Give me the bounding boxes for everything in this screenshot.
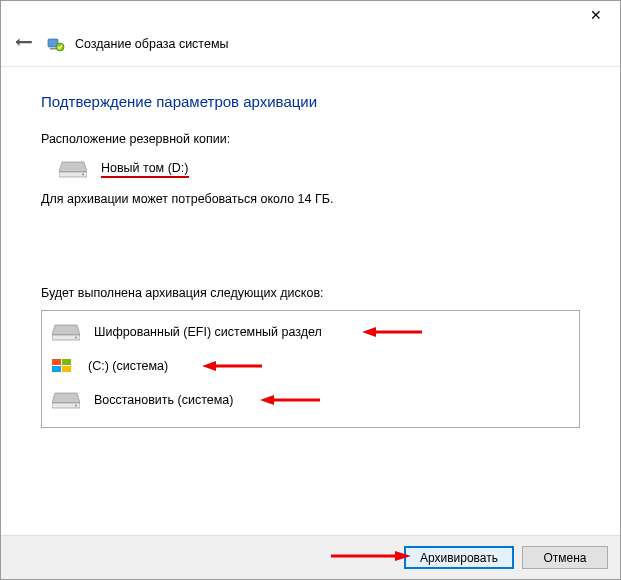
windows-icon [52, 357, 74, 375]
drive-icon [59, 160, 87, 178]
svg-rect-14 [62, 366, 71, 372]
archive-button[interactable]: Архивировать [404, 546, 514, 569]
drive-icon [52, 391, 80, 409]
page-heading: Подтверждение параметров архивации [41, 93, 580, 110]
svg-marker-17 [52, 393, 80, 403]
svg-rect-11 [52, 359, 61, 365]
svg-rect-12 [62, 359, 71, 365]
annotation-arrow-icon [331, 550, 411, 565]
svg-point-8 [75, 337, 77, 339]
back-arrow-icon[interactable]: 🠔 [11, 33, 37, 54]
svg-point-19 [75, 405, 77, 407]
disks-label: Будет выполнена архивация следующих диск… [41, 286, 580, 300]
cancel-button[interactable]: Отмена [522, 546, 608, 569]
svg-marker-6 [52, 325, 80, 335]
svg-marker-3 [59, 162, 87, 172]
svg-rect-1 [50, 48, 56, 50]
annotation-arrow-icon [202, 361, 262, 371]
window-title: Создание образа системы [75, 37, 228, 51]
content-area: Подтверждение параметров архивации Распо… [1, 67, 620, 438]
header: 🠔 Создание образа системы [1, 29, 620, 67]
annotation-arrow-icon [260, 395, 320, 405]
destination-name: Новый том (D:) [101, 161, 189, 178]
svg-marker-10 [362, 327, 376, 337]
svg-point-5 [82, 174, 84, 176]
close-icon[interactable]: ✕ [580, 5, 612, 25]
disks-list: Шифрованный (EFI) системный раздел (C:) … [41, 310, 580, 428]
titlebar: ✕ [1, 1, 620, 29]
list-item: Шифрованный (EFI) системный раздел [42, 315, 579, 349]
annotation-arrow-icon [362, 327, 422, 337]
disk-name: (C:) (система) [88, 359, 168, 373]
backup-location-label: Расположение резервной копии: [41, 132, 580, 146]
footer: Архивировать Отмена [1, 535, 620, 579]
list-item: Восстановить (система) [42, 383, 579, 417]
svg-marker-16 [202, 361, 216, 371]
system-image-icon [47, 35, 65, 53]
svg-marker-21 [260, 395, 274, 405]
disk-name: Шифрованный (EFI) системный раздел [94, 325, 322, 339]
svg-rect-13 [52, 366, 61, 372]
svg-marker-23 [395, 551, 411, 561]
disk-name: Восстановить (система) [94, 393, 233, 407]
destination-row: Новый том (D:) [41, 160, 580, 178]
size-note: Для архивации может потребоваться около … [41, 192, 580, 206]
drive-icon [52, 323, 80, 341]
list-item: (C:) (система) [42, 349, 579, 383]
